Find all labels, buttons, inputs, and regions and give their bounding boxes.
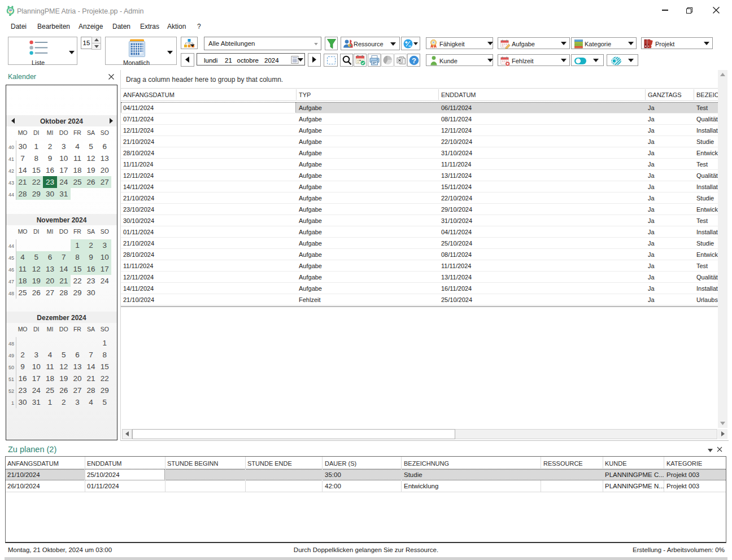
svg-text:?: ? [412,56,416,65]
